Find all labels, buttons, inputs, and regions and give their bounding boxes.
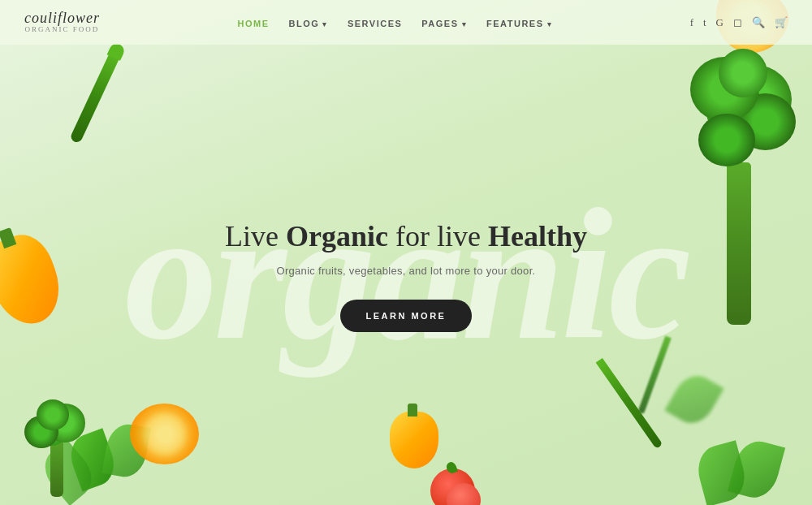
nav-link-home[interactable]: HOME — [238, 19, 270, 28]
hero-subtitle: Organic fruits, vegetables, and lot more… — [225, 265, 587, 277]
logo[interactable]: couliflower Organic Food — [24, 11, 100, 35]
nav-links: HOME BLOG SERVICES PAGES FEATURES — [238, 15, 552, 30]
nav-link-pages[interactable]: PAGES — [421, 19, 467, 28]
hero-title: Live Organic for live Healthy — [225, 218, 587, 256]
broccoli-decoration — [666, 49, 812, 325]
page-wrapper: couliflower Organic Food HOME BLOG SERVI… — [0, 0, 812, 505]
nav-item-blog[interactable]: BLOG — [289, 15, 328, 30]
nav-link-features[interactable]: FEATURES — [486, 19, 552, 28]
search-icon[interactable]: 🔍 — [752, 16, 765, 29]
broccoli-small — [20, 399, 93, 497]
google-plus-icon[interactable]: G — [716, 16, 723, 29]
pepper-left — [0, 235, 73, 349]
pepper-body — [0, 227, 70, 334]
hero-title-bold1: Organic — [286, 220, 388, 252]
hero-title-part2: for live — [388, 220, 488, 252]
facebook-icon[interactable]: f — [690, 16, 693, 29]
instagram-icon[interactable]: ◻ — [733, 16, 742, 29]
nav-item-services[interactable]: SERVICES — [348, 15, 402, 30]
pepper-bottom-center — [390, 412, 438, 468]
logo-tagline: Organic Food — [25, 26, 100, 34]
nav-item-features[interactable]: FEATURES — [486, 15, 552, 30]
logo-text: couliflower — [24, 11, 100, 27]
cart-icon[interactable]: 🛒 — [775, 16, 788, 29]
nav-item-pages[interactable]: PAGES — [421, 15, 467, 30]
learn-more-button[interactable]: LEARN MORE — [340, 300, 473, 332]
nav-link-blog[interactable]: BLOG — [289, 19, 328, 28]
orange-bottom-left — [130, 404, 199, 464]
twitter-icon[interactable]: t — [703, 16, 706, 29]
nav-item-home[interactable]: HOME — [238, 15, 270, 30]
nav-icons: f t G ◻ 🔍 🛒 — [690, 16, 788, 29]
navbar: couliflower Organic Food HOME BLOG SERVI… — [0, 0, 812, 45]
nav-link-services[interactable]: SERVICES — [348, 19, 402, 28]
broccoli-head — [674, 49, 804, 211]
hero-content: Live Organic for live Healthy Organic fr… — [225, 218, 587, 333]
hero-title-bold2: Healthy — [488, 220, 587, 252]
hero-title-part1: Live — [225, 220, 286, 252]
